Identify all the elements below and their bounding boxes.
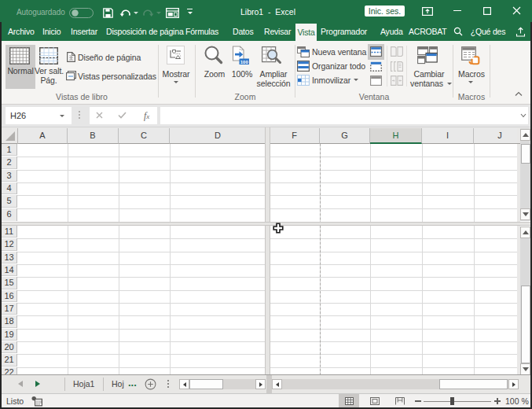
svg-text:100: 100 (240, 60, 249, 64)
